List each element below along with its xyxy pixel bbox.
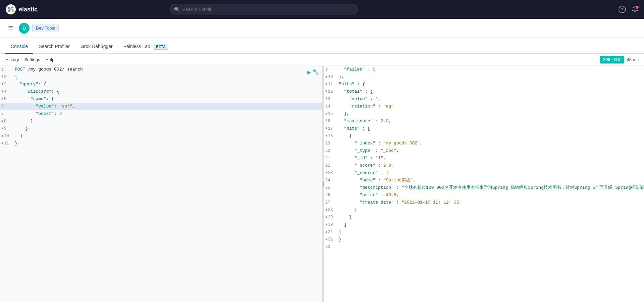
code-text: POST /my_goods_002/_search [13, 66, 320, 73]
main-content: ▶ 🔧 1POST /my_goods_002/_search▼2{▼3 "qu… [0, 66, 644, 302]
action-bar: History Settings Help 200 - OK 48 ms [0, 54, 644, 66]
fold-arrow[interactable]: ▲ [1, 118, 3, 125]
fold-arrow[interactable]: ▲ [1, 132, 3, 140]
right-code-line: ▼18 { [324, 132, 644, 140]
fold-arrow[interactable]: ▼ [1, 81, 3, 88]
code-text: "hits" : [ [337, 125, 643, 132]
right-code-line: ▲28 } [324, 206, 644, 214]
code-text: "failed" : 0 [337, 66, 643, 73]
wrench-icon[interactable]: 🔧 [312, 69, 319, 75]
fold-arrow[interactable]: ▲ [325, 228, 327, 236]
line-number: 14 [325, 103, 337, 110]
line-number: 27 [325, 199, 337, 206]
fold-arrow[interactable]: ▲ [325, 214, 327, 221]
right-code-line: ▲32} [324, 236, 644, 243]
tab-grok-debugger[interactable]: Grok Debugger [75, 40, 118, 54]
svg-point-5 [9, 8, 13, 10]
right-code-line: 27 "create_date" : "2022-01-10 11: 12: 3… [324, 199, 644, 206]
left-code-line: ▲8 } [0, 118, 322, 125]
line-number: 21 [325, 155, 337, 162]
search-bar: 🔍 [170, 4, 358, 15]
line-number: ▲32 [325, 236, 337, 243]
code-text: }, [337, 110, 643, 118]
line-number: ▼17 [325, 125, 337, 132]
tab-bar: Console Search Profiler Grok Debugger Pa… [0, 38, 644, 54]
history-button[interactable]: History [5, 56, 19, 63]
fold-arrow[interactable]: ▲ [325, 110, 327, 118]
fold-arrow[interactable]: ▼ [325, 132, 327, 140]
elastic-logo[interactable]: elastic [5, 4, 38, 15]
fold-arrow[interactable]: ▼ [325, 81, 327, 88]
logo-text: elastic [19, 6, 38, 13]
right-code-line: 16 "max_score" : 2.0, [324, 118, 644, 125]
fold-arrow[interactable]: ▼ [1, 88, 3, 95]
code-text: "max_score" : 2.0, [337, 118, 643, 125]
search-input[interactable] [170, 4, 358, 15]
fold-arrow[interactable]: ▲ [325, 73, 327, 81]
tab-search-profiler[interactable]: Search Profiler [33, 40, 75, 54]
tab-console[interactable]: Console [5, 40, 33, 54]
fold-arrow[interactable]: ▲ [1, 125, 3, 132]
time-badge: 48 ms [627, 57, 639, 62]
right-code-line: ▲15 }, [324, 110, 644, 118]
code-text: "price" : 49.5, [337, 191, 643, 199]
code-text: { [337, 132, 643, 140]
left-code-line: 7 "boost": 2 [0, 110, 322, 118]
code-text: "_index" : "my_goods_002", [337, 140, 643, 147]
line-number: ▲11 [1, 140, 13, 147]
help-action-button[interactable]: Help [45, 56, 54, 63]
line-number: ▼2 [1, 73, 13, 81]
run-icon[interactable]: ▶ [307, 69, 311, 76]
code-text: }, [337, 73, 643, 81]
right-code-line: 22 "_score" : 2.0, [324, 162, 644, 169]
right-code-line: ▼17 "hits" : [ [324, 125, 644, 132]
line-number: ▲30 [325, 221, 337, 228]
right-code-line: ▲30 ] [324, 221, 644, 228]
fold-arrow[interactable]: ▼ [325, 88, 327, 95]
fold-arrow[interactable]: ▲ [325, 206, 327, 214]
line-number: ▼5 [1, 95, 13, 103]
line-number: 33 [325, 243, 337, 251]
line-number: ▼11 [325, 81, 337, 88]
fold-arrow[interactable]: ▼ [1, 95, 3, 103]
line-number: 16 [325, 118, 337, 125]
code-text: "boost": 2 [13, 110, 320, 118]
help-button[interactable]: ? [619, 6, 626, 13]
left-pane[interactable]: ▶ 🔧 1POST /my_goods_002/_search▼2{▼3 "qu… [0, 66, 322, 302]
settings-button[interactable]: Settings [24, 56, 40, 63]
left-code-line: ▲9 } [0, 125, 322, 132]
code-text: } [337, 206, 643, 214]
right-code-line: 19 "_index" : "my_goods_002", [324, 140, 644, 147]
right-code-line: 21 "_id" : "1", [324, 155, 644, 162]
elastic-logo-icon [5, 4, 16, 15]
right-code-line: 24 "name" : "Spring实战", [324, 177, 644, 184]
line-number: ▼4 [1, 88, 13, 95]
fold-arrow[interactable]: ▼ [325, 125, 327, 132]
right-code-line: 20 "_type" : "_doc", [324, 147, 644, 155]
action-bar-left: History Settings Help [5, 56, 54, 63]
line-number: 13 [325, 95, 337, 103]
line-number: 22 [325, 162, 337, 169]
line-number: 6 [1, 103, 13, 110]
tab-painless-lab[interactable]: Painless Lab BETA [118, 40, 173, 54]
fold-arrow[interactable]: ▼ [1, 73, 3, 81]
fold-arrow[interactable]: ▲ [1, 140, 3, 147]
hamburger-button[interactable]: ☰ [5, 23, 16, 33]
dev-tools-badge[interactable]: Dev Tools [32, 24, 59, 32]
left-code-line: ▼3 "query": { [0, 81, 322, 88]
fold-arrow[interactable]: ▲ [325, 236, 327, 243]
fold-arrow[interactable]: ▲ [325, 221, 327, 228]
right-pane[interactable]: 9 "failed" : 0▲10},▼11"hits" : {▼12 "tot… [324, 66, 644, 302]
code-text: "hits" : { [337, 81, 643, 88]
user-avatar[interactable]: D [19, 23, 30, 34]
line-number: ▲8 [1, 118, 13, 125]
code-text: "_score" : 2.0, [337, 162, 643, 169]
line-number: ▼23 [325, 169, 337, 177]
fold-arrow[interactable]: ▼ [325, 169, 327, 177]
status-badge: 200 - OK [600, 56, 624, 63]
beta-badge: BETA [154, 44, 168, 50]
code-text: "relation" : "eq" [337, 103, 643, 110]
line-number: ▲10 [1, 132, 13, 140]
left-code-line: 6 "value": "sp*", [0, 103, 322, 110]
notification-button[interactable] [631, 6, 639, 13]
